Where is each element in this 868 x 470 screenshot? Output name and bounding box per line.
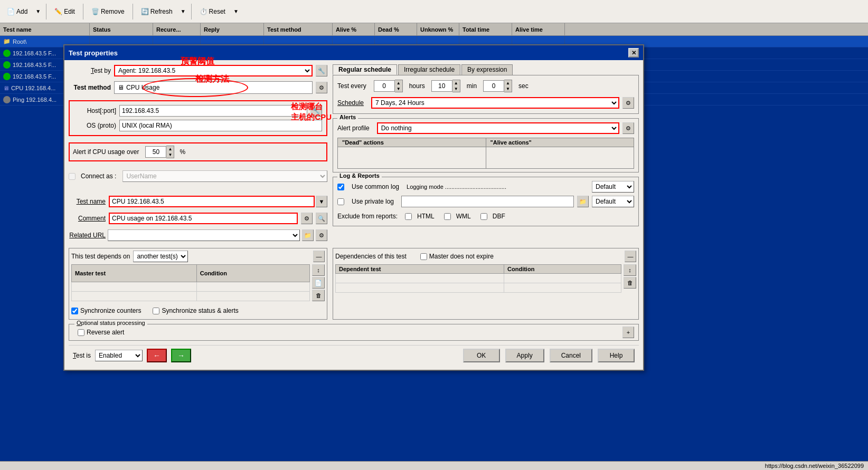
- dialog-footer: Test is Enabled Disabled ← → OK Apply Ca…: [69, 345, 639, 366]
- use-private-log-checkbox[interactable]: [337, 198, 344, 205]
- test-name-input[interactable]: [109, 196, 315, 207]
- test-every-sec-input[interactable]: [483, 80, 504, 92]
- alert-profile-row: Alert profile Do nothing ⚙: [337, 122, 634, 135]
- alert-profile-select[interactable]: Do nothing: [377, 122, 619, 134]
- cpu-threshold-input[interactable]: [145, 146, 166, 158]
- condition-col-header: Condition: [196, 265, 309, 282]
- depends-on-label: This test depends on: [71, 253, 130, 260]
- comment-action-btn1[interactable]: ⚙: [301, 213, 313, 224]
- master-add-btn[interactable]: 📄: [312, 277, 325, 289]
- comment-label: Comment: [69, 215, 106, 222]
- hours-down[interactable]: ▼: [395, 86, 402, 92]
- master-expand-btn[interactable]: ↕: [312, 264, 325, 276]
- separator4: [191, 4, 192, 20]
- reset-button[interactable]: ⏱️ Reset: [195, 2, 230, 21]
- use-private-log-label: Use private log: [352, 198, 394, 205]
- nav-left-btn[interactable]: ←: [147, 349, 167, 362]
- min-up[interactable]: ▲: [452, 80, 460, 86]
- comment-row: Comment ⚙ 🔍: [69, 212, 327, 225]
- dialog-body: Test by Agent: 192.168.43.5 🔧 Test metho…: [64, 60, 643, 370]
- close-button[interactable]: ✕: [628, 48, 639, 57]
- test-by-action-btn[interactable]: 🔧: [316, 65, 327, 76]
- dep-delete-btn[interactable]: 🗑: [624, 277, 636, 289]
- sec-down[interactable]: ▼: [504, 86, 512, 92]
- test-every-min-input[interactable]: [431, 80, 452, 92]
- depends-on-select[interactable]: another test(s): [133, 251, 188, 262]
- ok-button[interactable]: OK: [463, 349, 500, 362]
- alerts-group: Alerts Alert profile Do nothing ⚙ "D: [333, 118, 639, 172]
- connect-as-checkbox[interactable]: [69, 173, 76, 180]
- reverse-alert-checkbox[interactable]: [78, 329, 84, 336]
- dep-cond-cell2: [504, 283, 621, 293]
- refresh-dropdown[interactable]: ▼: [178, 2, 188, 21]
- use-common-log-checkbox[interactable]: [337, 184, 344, 190]
- connect-as-label: Connect as :: [81, 172, 116, 180]
- tab-bar: Regular schedule Irregular schedule By e…: [333, 64, 639, 75]
- tab-regular-schedule[interactable]: Regular schedule: [333, 64, 397, 75]
- edit-button[interactable]: ✏️ Edit: [50, 2, 80, 21]
- host-input[interactable]: [119, 105, 307, 117]
- private-log-select[interactable]: Default: [592, 196, 634, 207]
- apply-button[interactable]: Apply: [505, 349, 544, 362]
- min-label: min: [467, 82, 477, 90]
- refresh-icon: 🔄: [141, 8, 149, 15]
- optional-row: Optional status processing Reverse alert…: [69, 324, 639, 341]
- alert-profile-action-btn[interactable]: ⚙: [622, 122, 634, 134]
- test-name-dropdown[interactable]: ▼: [316, 196, 327, 207]
- html-checkbox[interactable]: [405, 213, 412, 220]
- depends-collapse-btn[interactable]: —: [313, 251, 325, 262]
- master-delete-btn[interactable]: 🗑: [312, 290, 325, 301]
- test-method-action-btn[interactable]: ⚙: [316, 82, 327, 93]
- url-browse-btn[interactable]: 📁: [302, 229, 314, 241]
- help-button[interactable]: Help: [598, 349, 635, 362]
- optional-expand-btn[interactable]: +: [622, 327, 634, 338]
- logging-mode-select[interactable]: Default: [592, 181, 634, 193]
- reset-dropdown[interactable]: ▼: [231, 2, 241, 21]
- sync-status-checkbox[interactable]: [153, 308, 159, 314]
- refresh-button[interactable]: 🔄 Refresh: [136, 2, 177, 21]
- master-not-expire-checkbox[interactable]: [420, 253, 427, 260]
- test-every-hours-input[interactable]: [374, 80, 395, 92]
- alert-profile-label: Alert profile: [337, 124, 370, 132]
- deps-actions: ↕ 🗑: [624, 264, 636, 293]
- cancel-button[interactable]: Cancel: [550, 349, 592, 362]
- nav-right-btn[interactable]: →: [171, 349, 191, 362]
- private-log-btn[interactable]: 📁: [577, 196, 589, 207]
- host-action-btn[interactable]: 🔧: [310, 105, 322, 117]
- tab-by-expression[interactable]: By expression: [461, 64, 513, 75]
- schedule-select[interactable]: 7 Days, 24 Hours: [371, 97, 619, 109]
- private-log-input[interactable]: [401, 196, 574, 207]
- test-by-select[interactable]: Agent: 192.168.43.5: [114, 65, 313, 76]
- schedule-action-btn[interactable]: ⚙: [622, 97, 634, 109]
- dialog-title: Test properties: [69, 49, 118, 57]
- os-input[interactable]: [119, 120, 322, 131]
- test-is-select[interactable]: Enabled Disabled: [95, 350, 143, 361]
- dbf-checkbox[interactable]: [480, 213, 487, 220]
- cpu-threshold-down[interactable]: ▼: [166, 152, 174, 158]
- common-log-row: Use common log Logging mode ............…: [337, 180, 634, 193]
- sync-counters-checkbox[interactable]: [71, 308, 78, 314]
- add-dropdown[interactable]: ▼: [33, 2, 43, 21]
- url-action-btn[interactable]: ⚙: [316, 229, 327, 241]
- sec-up[interactable]: ▲: [504, 80, 512, 86]
- connect-as-select[interactable]: UserName: [122, 170, 327, 182]
- add-button[interactable]: 📄 Add: [2, 2, 32, 21]
- dialog-titlebar: Test properties ✕: [64, 45, 643, 60]
- test-method-icon: 🖥: [118, 84, 124, 91]
- hours-up[interactable]: ▲: [395, 80, 402, 86]
- dep-expand-btn[interactable]: ↕: [624, 264, 636, 276]
- remove-button[interactable]: 🗑️ Remove: [87, 2, 129, 21]
- deps-title-row: Dependencies of this test Master does no…: [335, 251, 636, 262]
- wml-checkbox[interactable]: [444, 213, 451, 220]
- comment-action-btn2[interactable]: 🔍: [316, 213, 327, 224]
- dependent-test-col-header: Dependent test: [336, 265, 504, 274]
- test-by-row: Test by Agent: 192.168.43.5 🔧: [69, 64, 327, 77]
- deps-collapse-btn[interactable]: —: [625, 251, 636, 262]
- cpu-threshold-up[interactable]: ▲: [166, 146, 174, 152]
- min-down[interactable]: ▼: [452, 86, 460, 92]
- related-url-select[interactable]: [108, 229, 300, 241]
- tab-irregular-schedule[interactable]: Irregular schedule: [398, 64, 460, 75]
- private-log-row: Use private log 📁 Default: [337, 195, 634, 208]
- deps-of-test-panel: Dependencies of this test Master does no…: [333, 248, 639, 320]
- comment-input[interactable]: [109, 213, 298, 224]
